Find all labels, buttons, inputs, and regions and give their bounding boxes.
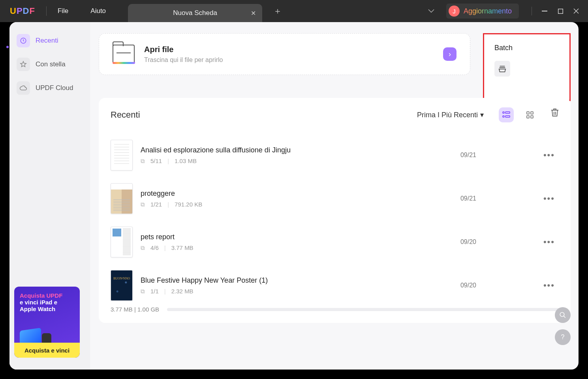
clock-icon bbox=[17, 34, 30, 47]
chevron-down-icon[interactable] bbox=[428, 8, 434, 15]
sidebar-item-label: Con stella bbox=[36, 60, 66, 68]
dropzone-subtitle: Trascina qui il file per aprirlo bbox=[144, 56, 434, 64]
title-bar: UPDF File Aiuto Nuova Scheda ✕ ＋ J Aggio… bbox=[0, 0, 588, 22]
svg-rect-10 bbox=[531, 116, 533, 118]
svg-rect-7 bbox=[527, 112, 529, 114]
sidebar-item-label: UPDF Cloud bbox=[36, 84, 73, 92]
promo-button[interactable]: Acquista e vinci bbox=[14, 343, 80, 358]
file-size: 3.77 MB bbox=[171, 244, 193, 251]
sidebar-item-recent[interactable]: Recenti bbox=[14, 34, 58, 47]
promo-card[interactable]: Acquista UPDF e vinci iPad e Apple Watch… bbox=[14, 287, 80, 358]
tab-new[interactable]: Nuova Scheda ✕ bbox=[128, 4, 262, 22]
batch-card[interactable]: Batch bbox=[483, 33, 571, 101]
file-pages: 1/21 bbox=[150, 201, 162, 208]
separator bbox=[46, 6, 47, 16]
trash-button[interactable] bbox=[551, 108, 559, 118]
file-thumbnail bbox=[111, 183, 133, 214]
sidebar-item-cloud[interactable]: UPDF Cloud bbox=[14, 81, 73, 95]
search-fab[interactable] bbox=[555, 307, 571, 323]
file-date: 09/20 bbox=[460, 282, 532, 289]
file-row[interactable]: Analisi ed esplorazione sulla diffusione… bbox=[111, 133, 559, 177]
pages-icon: ⧉ bbox=[141, 288, 145, 295]
promo-line: Acquista UPDF bbox=[20, 292, 74, 299]
separator bbox=[532, 7, 532, 15]
file-pages: 1/1 bbox=[150, 288, 159, 295]
sidebar: Recenti Con stella UPDF Cloud Acquista U… bbox=[9, 22, 90, 370]
file-row[interactable]: Blue Festive Happy New Year Poster (1) ⧉… bbox=[111, 264, 559, 307]
recent-panel: Recenti Prima I Più Recenti ▾ Analisi ed… bbox=[99, 98, 571, 323]
pages-icon: ⧉ bbox=[141, 158, 145, 165]
chevron-down-icon: ▾ bbox=[480, 111, 484, 119]
sort-dropdown[interactable]: Prima I Più Recenti ▾ bbox=[417, 111, 484, 119]
batch-title: Batch bbox=[494, 44, 559, 52]
pages-icon: ⧉ bbox=[141, 244, 145, 251]
recent-title: Recenti bbox=[111, 110, 140, 120]
close-icon[interactable]: ✕ bbox=[251, 9, 256, 17]
close-button[interactable] bbox=[568, 3, 584, 19]
more-icon[interactable]: ••• bbox=[539, 237, 559, 247]
folder-icon bbox=[113, 45, 135, 64]
storage-text: 3.77 MB | 1.00 GB bbox=[111, 306, 159, 313]
list-view-button[interactable] bbox=[499, 107, 514, 122]
dropzone-title: Apri file bbox=[144, 45, 434, 54]
file-size: 2.32 MB bbox=[171, 288, 193, 295]
pages-icon: ⧉ bbox=[141, 201, 145, 208]
menu-file[interactable]: File bbox=[58, 7, 68, 15]
sidebar-item-label: Recenti bbox=[36, 37, 58, 45]
file-name: pets report bbox=[141, 233, 453, 241]
file-size: 1.03 MB bbox=[175, 158, 197, 164]
star-icon bbox=[17, 58, 30, 71]
update-button[interactable]: J Aggiornamento bbox=[446, 4, 519, 19]
svg-rect-6 bbox=[505, 116, 510, 117]
file-thumbnail bbox=[111, 270, 133, 301]
file-thumbnail bbox=[111, 140, 133, 171]
main-content: Apri file Trascina qui il file per aprir… bbox=[90, 22, 579, 370]
svg-point-11 bbox=[560, 312, 564, 317]
open-file-button[interactable]: › bbox=[443, 47, 456, 61]
help-fab[interactable]: ? bbox=[555, 329, 571, 345]
open-file-dropzone[interactable]: Apri file Trascina qui il file per aprir… bbox=[99, 33, 470, 75]
file-thumbnail bbox=[111, 227, 133, 257]
file-size: 791.20 KB bbox=[175, 201, 202, 208]
more-icon[interactable]: ••• bbox=[539, 193, 559, 204]
file-pages: 4/6 bbox=[150, 244, 159, 251]
minimize-button[interactable] bbox=[537, 3, 552, 19]
app-logo: UPDF bbox=[10, 6, 35, 16]
file-date: 09/20 bbox=[460, 238, 532, 246]
maximize-button[interactable] bbox=[552, 3, 568, 19]
promo-line: e vinci iPad e bbox=[20, 299, 74, 306]
sidebar-item-starred[interactable]: Con stella bbox=[14, 58, 66, 71]
file-date: 09/21 bbox=[460, 152, 532, 159]
file-name: proteggere bbox=[141, 190, 453, 198]
storage-bar bbox=[167, 308, 559, 311]
indicator-dot bbox=[6, 46, 9, 48]
sort-label: Prima I Più Recenti bbox=[417, 111, 478, 119]
update-label: Aggiornamento bbox=[464, 7, 512, 15]
grid-view-button[interactable] bbox=[522, 107, 537, 122]
svg-rect-4 bbox=[505, 112, 510, 113]
svg-point-3 bbox=[503, 112, 504, 113]
tab-title: Nuova Scheda bbox=[173, 9, 217, 17]
file-row[interactable]: proteggere ⧉ 1/21 | 791.20 KB 09/21 ••• bbox=[111, 177, 559, 220]
batch-icon bbox=[494, 61, 510, 77]
avatar: J bbox=[449, 6, 460, 17]
cloud-icon bbox=[17, 81, 30, 95]
file-name: Analisi ed esplorazione sulla diffusione… bbox=[141, 146, 453, 154]
svg-rect-8 bbox=[531, 112, 533, 114]
new-tab-button[interactable]: ＋ bbox=[273, 5, 282, 17]
file-row[interactable]: pets report ⧉ 4/6 | 3.77 MB 09/20 ••• bbox=[111, 220, 559, 264]
svg-rect-0 bbox=[542, 11, 547, 11]
file-pages: 5/11 bbox=[150, 158, 162, 164]
promo-line: Apple Watch bbox=[20, 306, 74, 312]
menu-help[interactable]: Aiuto bbox=[90, 7, 106, 15]
file-name: Blue Festive Happy New Year Poster (1) bbox=[141, 276, 453, 285]
more-icon[interactable]: ••• bbox=[539, 150, 559, 160]
more-icon[interactable]: ••• bbox=[539, 280, 559, 291]
file-date: 09/21 bbox=[460, 195, 532, 202]
svg-point-5 bbox=[503, 116, 504, 117]
svg-rect-9 bbox=[527, 116, 529, 118]
svg-rect-1 bbox=[558, 9, 563, 13]
